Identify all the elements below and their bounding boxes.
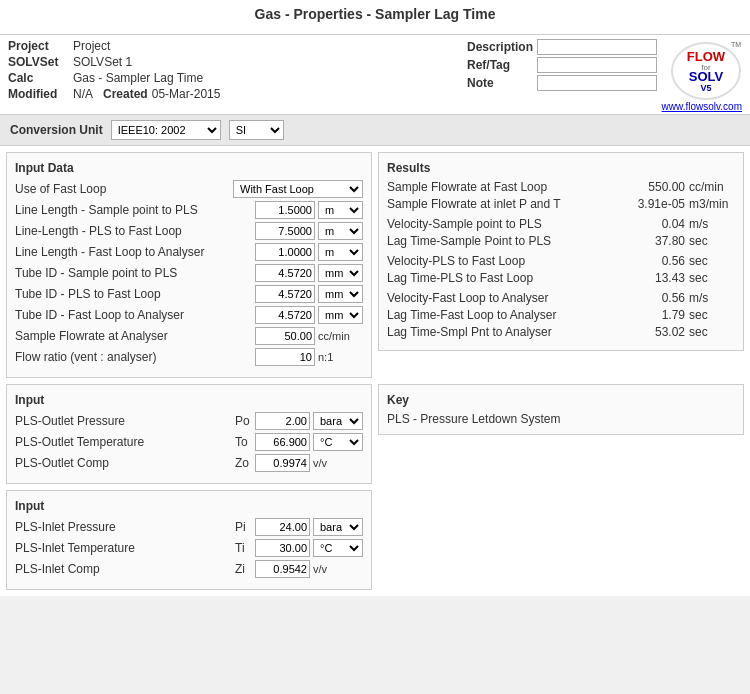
result-sample-flowrate-fast-unit: cc/min [685, 180, 735, 194]
project-value: Project [73, 39, 110, 53]
conversion-unit-select[interactable]: SI Imperial US [229, 120, 284, 140]
calc-label: Calc [8, 71, 73, 85]
pls-outlet-temp-unit[interactable]: °C°FK [313, 433, 363, 451]
calc-value: Gas - Sampler Lag Time [73, 71, 203, 85]
tube-id-fastloop-analyser-input[interactable] [255, 306, 315, 324]
solvset-value: SOLVSet 1 [73, 55, 132, 69]
pls-inlet-comp-symbol: Zi [235, 562, 255, 576]
result-velocity-sample-pls-unit: m/s [685, 217, 735, 231]
result-velocity-pls-fastloop-unit: sec [685, 254, 735, 268]
description-input[interactable] [537, 39, 657, 55]
tube-id-fastloop-analyser-label: Tube ID - Fast Loop to Analyser [15, 308, 255, 322]
flow-ratio-input[interactable] [255, 348, 315, 366]
pls-inlet-temp-input[interactable] [255, 539, 310, 557]
svg-text:V5: V5 [700, 83, 711, 93]
result-lagtime-smpl-analyser-label: Lag Time-Smpl Pnt to Analyser [387, 325, 630, 339]
use-fast-loop-select[interactable]: With Fast Loop Without Fast Loop [233, 180, 363, 198]
svg-text:FLOW: FLOW [687, 49, 726, 64]
results-title: Results [387, 161, 735, 175]
result-sample-flowrate-inlet-unit: m3/min [685, 197, 735, 211]
result-velocity-pls-fastloop-value: 0.56 [630, 254, 685, 268]
solvset-label: SOLVSet [8, 55, 73, 69]
line-length-sample-pls-unit[interactable]: mft [318, 201, 363, 219]
tube-id-sample-pls-label: Tube ID - Sample point to PLS [15, 266, 255, 280]
tube-id-sample-pls-input[interactable] [255, 264, 315, 282]
sample-flowrate-input[interactable] [255, 327, 315, 345]
tube-id-fastloop-analyser-unit[interactable]: mmin [318, 306, 363, 324]
use-fast-loop-label: Use of Fast Loop [15, 182, 233, 196]
pls-inlet-pressure-input[interactable] [255, 518, 310, 536]
created-value: 05-Mar-2015 [152, 87, 221, 101]
tube-id-pls-fastloop-label: Tube ID - PLS to Fast Loop [15, 287, 255, 301]
logo-image: FLOW for SOLV V5 TM [670, 39, 742, 101]
result-lagtime-pls-fastloop-unit: sec [685, 271, 735, 285]
result-lagtime-fastloop-analyser-value: 1.79 [630, 308, 685, 322]
result-lagtime-sample-pls-unit: sec [685, 234, 735, 248]
result-lagtime-pls-fastloop-label: Lag Time-PLS to Fast Loop [387, 271, 630, 285]
svg-text:TM: TM [731, 41, 741, 48]
pls-outlet-temp-symbol: To [235, 435, 255, 449]
pls-outlet-pressure-unit[interactable]: barabargpsia [313, 412, 363, 430]
key-pls-item: PLS - Pressure Letdown System [387, 412, 735, 426]
conversion-standard-select[interactable]: IEEE10: 2002 ISO 31 ASTM [111, 120, 221, 140]
pls-inlet-temp-symbol: Ti [235, 541, 255, 555]
result-lagtime-pls-fastloop-value: 13.43 [630, 271, 685, 285]
result-lagtime-fastloop-analyser-label: Lag Time-Fast Loop to Analyser [387, 308, 630, 322]
pls-outlet-temp-input[interactable] [255, 433, 310, 451]
result-lagtime-smpl-analyser-unit: sec [685, 325, 735, 339]
created-label: Created [103, 87, 148, 101]
pls-inlet-comp-input[interactable] [255, 560, 310, 578]
result-velocity-fastloop-analyser-value: 0.56 [630, 291, 685, 305]
line-length-sample-pls-input[interactable] [255, 201, 315, 219]
result-lagtime-smpl-analyser-value: 53.02 [630, 325, 685, 339]
result-lagtime-sample-pls-label: Lag Time-Sample Point to PLS [387, 234, 630, 248]
pls-inlet-temp-label: PLS-Inlet Temperature [15, 541, 235, 555]
flow-ratio-unit: n:1 [318, 351, 363, 363]
result-velocity-fastloop-analyser-unit: m/s [685, 291, 735, 305]
tube-id-sample-pls-unit[interactable]: mmin [318, 264, 363, 282]
pls-outlet-temp-label: PLS-Outlet Temperature [15, 435, 235, 449]
svg-text:SOLV: SOLV [689, 69, 724, 84]
line-length-fastloop-analyser-label: Line Length - Fast Loop to Analyser [15, 245, 255, 259]
line-length-fastloop-analyser-unit[interactable]: mft [318, 243, 363, 261]
pls-outlet-pressure-label: PLS-Outlet Pressure [15, 414, 235, 428]
result-lagtime-fastloop-analyser-unit: sec [685, 308, 735, 322]
sample-flowrate-unit: cc/min [318, 330, 363, 342]
pls-inlet-pressure-symbol: Pi [235, 520, 255, 534]
conversion-label: Conversion Unit [10, 123, 103, 137]
pls-outlet-comp-symbol: Zo [235, 456, 255, 470]
input-data-title: Input Data [15, 161, 363, 175]
input-pls-outlet-title: Input [15, 393, 363, 407]
note-input[interactable] [537, 75, 657, 91]
key-title: Key [387, 393, 735, 407]
modified-label: Modified [8, 87, 73, 101]
website-link[interactable]: www.flowsolv.com [662, 101, 742, 112]
result-velocity-pls-fastloop-label: Velocity-PLS to Fast Loop [387, 254, 630, 268]
sample-flowrate-label: Sample Flowrate at Analyser [15, 329, 255, 343]
page-title: Gas - Properties - Sampler Lag Time [10, 6, 740, 22]
pls-outlet-comp-label: PLS-Outlet Comp [15, 456, 235, 470]
pls-outlet-comp-input[interactable] [255, 454, 310, 472]
pls-inlet-pressure-label: PLS-Inlet Pressure [15, 520, 235, 534]
pls-inlet-temp-unit[interactable]: °C°FK [313, 539, 363, 557]
result-velocity-sample-pls-label: Velocity-Sample point to PLS [387, 217, 630, 231]
reftag-input[interactable] [537, 57, 657, 73]
line-length-pls-fastloop-unit[interactable]: mft [318, 222, 363, 240]
tube-id-pls-fastloop-input[interactable] [255, 285, 315, 303]
flow-ratio-label: Flow ratio (vent : analyser) [15, 350, 255, 364]
line-length-fastloop-analyser-input[interactable] [255, 243, 315, 261]
modified-value: N/A [73, 87, 93, 101]
tube-id-pls-fastloop-unit[interactable]: mmin [318, 285, 363, 303]
pls-outlet-pressure-symbol: Po [235, 414, 255, 428]
pls-inlet-comp-label: PLS-Inlet Comp [15, 562, 235, 576]
result-lagtime-sample-pls-value: 37.80 [630, 234, 685, 248]
result-sample-flowrate-inlet-label: Sample Flowrate at inlet P and T [387, 197, 630, 211]
result-velocity-sample-pls-value: 0.04 [630, 217, 685, 231]
project-label: Project [8, 39, 73, 53]
pls-inlet-pressure-unit[interactable]: barabargpsia [313, 518, 363, 536]
reftag-label: Ref/Tag [467, 58, 537, 72]
result-sample-flowrate-fast-value: 550.00 [630, 180, 685, 194]
line-length-pls-fastloop-input[interactable] [255, 222, 315, 240]
pls-outlet-pressure-input[interactable] [255, 412, 310, 430]
result-sample-flowrate-fast-label: Sample Flowrate at Fast Loop [387, 180, 630, 194]
